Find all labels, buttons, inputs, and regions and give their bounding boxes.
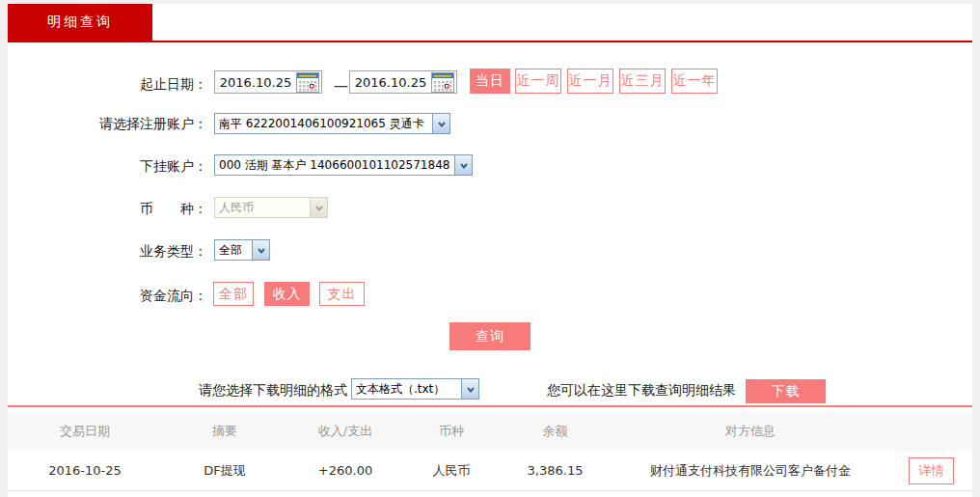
chevron-down-icon xyxy=(461,379,478,399)
chevron-down-icon xyxy=(252,240,269,260)
fund-all-button[interactable]: 全部 xyxy=(213,282,254,306)
calendar-icon xyxy=(431,72,454,93)
fund-income-button[interactable]: 收入 xyxy=(264,282,310,306)
header-amount: 收入/支出 xyxy=(287,423,403,440)
chevron-down-icon xyxy=(454,155,472,175)
chevron-down-icon xyxy=(432,114,449,133)
register-account-value: 南平 6222001406100921065 灵通卡 xyxy=(215,114,432,133)
sub-account-value: 000 活期 基本户 1406600101102571848 xyxy=(215,155,454,175)
query-button[interactable]: 查询 xyxy=(449,322,531,350)
currency-value: 人民币 xyxy=(215,198,310,217)
quick-range-month-button[interactable]: 近一月 xyxy=(567,69,613,94)
business-type-value: 全部 xyxy=(215,240,252,260)
quick-range-week-button[interactable]: 近一周 xyxy=(515,69,561,94)
quick-range-today-button[interactable]: 当日 xyxy=(470,69,510,94)
start-date-value: 2016.10.25 xyxy=(215,75,296,90)
cell-summary: DF提现 xyxy=(162,462,287,480)
quick-range-quarter-button[interactable]: 近三月 xyxy=(619,69,666,94)
cell-balance: 3,386.15 xyxy=(500,463,611,478)
header-date: 交易日期 xyxy=(8,423,162,440)
chevron-down-icon xyxy=(310,198,327,217)
calendar-icon xyxy=(296,72,319,93)
cell-amount: +260.00 xyxy=(287,463,403,478)
tab-underline xyxy=(8,41,972,42)
cell-currency: 人民币 xyxy=(403,462,500,480)
currency-select: 人民币 xyxy=(214,197,328,218)
download-format-value: 文本格式（.txt） xyxy=(352,379,461,399)
download-hint: 您可以在这里下载查询明细结果 xyxy=(547,382,736,400)
date-separator: — xyxy=(334,77,348,95)
end-date-value: 2016.10.25 xyxy=(350,75,431,90)
start-date-input[interactable]: 2016.10.25 xyxy=(214,70,322,94)
download-format-select[interactable]: 文本格式（.txt） xyxy=(351,378,479,400)
quick-range-year-button[interactable]: 近一年 xyxy=(671,69,718,94)
download-format-label: 请您选择下载明细的格式 xyxy=(8,382,347,400)
cell-counterparty: 财付通支付科技有限公司客户备付金 xyxy=(611,462,890,480)
table-header: 交易日期 摘要 收入/支出 币种 余额 对方信息 xyxy=(8,412,972,451)
table-row: 2016-10-25 DF提现 +260.00 人民币 3,386.15 财付通… xyxy=(8,451,972,491)
business-type-select[interactable]: 全部 xyxy=(214,239,270,261)
end-date-input[interactable]: 2016.10.25 xyxy=(349,70,457,94)
fund-direction-label: 资金流向： xyxy=(8,288,207,305)
detail-button[interactable]: 详情 xyxy=(909,457,954,484)
table-top-accent xyxy=(8,405,972,407)
sub-account-select[interactable]: 000 活期 基本户 1406600101102571848 xyxy=(214,154,473,176)
currency-label: 币 种： xyxy=(8,201,207,218)
cell-date: 2016-10-25 xyxy=(8,463,162,478)
business-type-label: 业务类型： xyxy=(8,243,207,261)
content-panel: 明细查询 起止日期： 2016.10.25 — 2016.10.25 xyxy=(8,4,972,497)
date-range-label: 起止日期： xyxy=(8,76,207,94)
download-button[interactable]: 下载 xyxy=(746,379,826,403)
header-balance: 余额 xyxy=(500,423,611,440)
sub-account-label: 下挂账户： xyxy=(8,158,207,176)
header-summary: 摘要 xyxy=(162,423,287,440)
fund-expense-button[interactable]: 支出 xyxy=(319,282,365,306)
tab-detail-query[interactable]: 明细查询 xyxy=(8,4,152,41)
register-account-select[interactable]: 南平 6222001406100921065 灵通卡 xyxy=(214,113,450,134)
header-currency: 币种 xyxy=(403,423,500,440)
header-counterparty: 对方信息 xyxy=(611,423,890,440)
register-account-label: 请选择注册账户： xyxy=(8,116,207,133)
